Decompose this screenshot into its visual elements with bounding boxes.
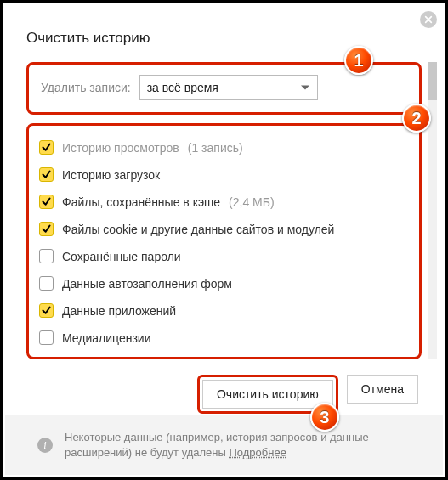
checkbox-6[interactable] bbox=[39, 303, 54, 318]
dialog-title: Очистить историю bbox=[26, 30, 422, 47]
checkbox-0[interactable] bbox=[39, 140, 54, 155]
checkbox-row-0[interactable]: Историю просмотров (1 запись) bbox=[34, 134, 414, 161]
highlight-ring-2: 2 Историю просмотров (1 запись)Историю з… bbox=[26, 123, 422, 359]
checkbox-3[interactable] bbox=[39, 222, 54, 236]
checkbox-suffix: (2,4 МБ) bbox=[229, 195, 275, 209]
checkbox-1[interactable] bbox=[39, 167, 54, 182]
highlight-ring-1: 1 Удалить записи: за всё время bbox=[26, 62, 422, 115]
checkbox-row-2[interactable]: Файлы, сохранённые в кэше (2,4 МБ) bbox=[34, 189, 414, 216]
checkbox-4[interactable] bbox=[39, 249, 54, 263]
time-range-select[interactable]: за всё время bbox=[139, 75, 318, 100]
checkbox-label: Файлы, сохранённые в кэше bbox=[62, 195, 220, 209]
checkbox-5[interactable] bbox=[39, 276, 54, 291]
checkbox-row-5[interactable]: Данные автозаполнения форм bbox=[34, 270, 414, 297]
checkbox-row-1[interactable]: Историю загрузок bbox=[34, 161, 414, 189]
checkbox-7[interactable] bbox=[39, 330, 54, 345]
cancel-button[interactable]: Отмена bbox=[347, 375, 418, 404]
checkbox-label: Данные приложений bbox=[62, 304, 176, 318]
checkbox-label: Историю загрузок bbox=[62, 168, 160, 182]
checkbox-row-3[interactable]: Файлы cookie и другие данные сайтов и мо… bbox=[34, 216, 414, 243]
clear-history-dialog: Очистить историю 1 Удалить записи: за вс… bbox=[26, 30, 422, 414]
clear-history-button[interactable]: Очистить историю bbox=[202, 380, 333, 409]
checkbox-row-4[interactable]: Сохранённые пароли bbox=[34, 243, 414, 270]
checkbox-label: Файлы cookie и другие данные сайтов и мо… bbox=[62, 223, 334, 236]
delete-records-label: Удалить записи: bbox=[41, 81, 131, 94]
info-icon: i bbox=[37, 438, 53, 453]
checkbox-label: Сохранённые пароли bbox=[62, 250, 181, 263]
highlight-ring-3: Очистить историю 3 bbox=[197, 375, 338, 414]
checkbox-2[interactable] bbox=[39, 195, 54, 209]
footer-text: Некоторые данные (например, история запр… bbox=[65, 430, 416, 460]
annotation-badge-2: 2 bbox=[402, 104, 431, 133]
annotation-badge-3: 3 bbox=[310, 403, 339, 432]
checkbox-row-7[interactable]: Медиалицензии bbox=[34, 325, 414, 352]
close-icon[interactable] bbox=[420, 11, 437, 28]
checkbox-label: Медиалицензии bbox=[62, 331, 151, 345]
dialog-button-row: Очистить историю 3 Отмена bbox=[26, 375, 422, 414]
annotation-badge-1: 1 bbox=[344, 46, 373, 75]
scrollbar-track[interactable] bbox=[428, 62, 437, 359]
checkbox-label: Историю просмотров bbox=[62, 141, 179, 155]
scrollbar-thumb[interactable] bbox=[428, 62, 437, 100]
footer-note: i Некоторые данные (например, история за… bbox=[5, 415, 443, 475]
checkbox-suffix: (1 запись) bbox=[188, 141, 243, 155]
checkbox-label: Данные автозаполнения форм bbox=[62, 277, 232, 291]
more-link[interactable]: Подробнее bbox=[230, 446, 286, 459]
checkbox-row-6[interactable]: Данные приложений bbox=[34, 297, 414, 325]
